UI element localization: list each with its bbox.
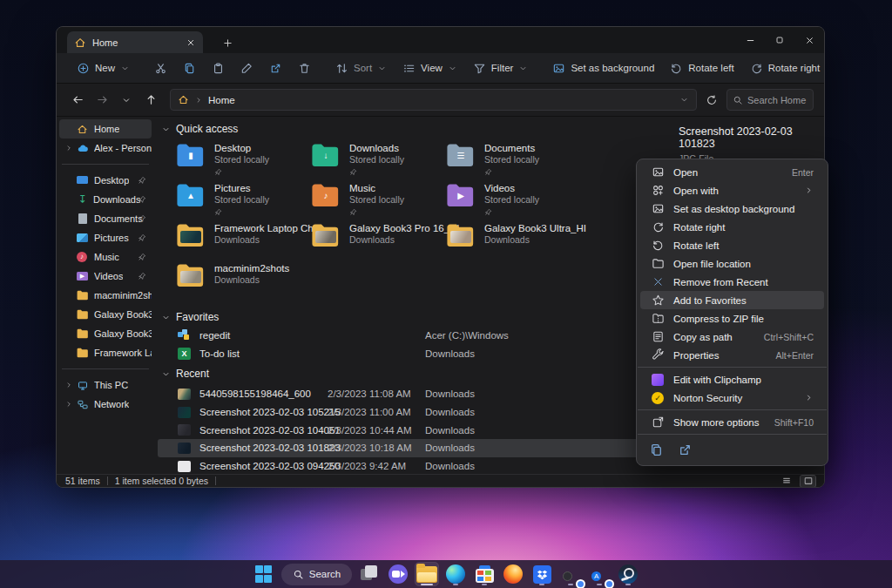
share-button[interactable]: [261, 56, 290, 80]
recent-row-selected[interactable]: Screenshot 2023-02-03 1018232/3/2023 10:…: [158, 439, 658, 457]
downloads-folder-icon: ↓: [311, 151, 341, 161]
sort-button[interactable]: Sort: [328, 56, 395, 80]
tile-videos[interactable]: ▶ VideosStored locally: [446, 180, 581, 220]
favorite-row-regedit[interactable]: regedit Acer (C:)\Windows: [154, 326, 663, 344]
sidebar-item-macminim2shots[interactable]: macminim2shots: [59, 286, 152, 305]
tile-documents[interactable]: ☰ DocumentsStored locally: [446, 140, 581, 180]
microsoft-store-icon: [476, 565, 494, 583]
tile-desktop[interactable]: ▮ DesktopStored locally: [176, 140, 311, 180]
sidebar-item-galaxy-book3-pro[interactable]: Galaxy Book3 Pro 1: [59, 324, 152, 343]
chevron-right-icon[interactable]: [64, 381, 73, 389]
sidebar-item-framework-laptop[interactable]: Framework Laptop: [59, 343, 152, 362]
taskbar-app-edge[interactable]: [444, 563, 467, 585]
tab-home[interactable]: Home: [67, 31, 203, 53]
recent-locations-button[interactable]: [116, 90, 137, 111]
sidebar-item-home[interactable]: Home: [59, 119, 152, 139]
recent-row[interactable]: Screenshot 2023-02-03 1040512/3/2023 10:…: [154, 421, 663, 439]
recent-row[interactable]: Screenshot 2023-02-03 0942502/3/2023 9:4…: [154, 457, 663, 474]
address-dropdown-icon[interactable]: [679, 95, 689, 105]
share-icon[interactable]: [678, 443, 693, 457]
new-button[interactable]: New: [69, 56, 138, 80]
delete-button[interactable]: [290, 56, 319, 80]
cut-button[interactable]: [146, 56, 175, 80]
chevron-right-icon[interactable]: [64, 144, 73, 152]
recent-row[interactable]: 5440598155198464_6002/3/2023 11:08 AMDow…: [154, 385, 663, 403]
tab-close-icon[interactable]: [186, 37, 196, 48]
rename-button[interactable]: [233, 56, 261, 80]
tile-pictures[interactable]: ▲ PicturesStored locally: [176, 180, 311, 220]
section-header-recent[interactable]: Recent: [154, 365, 663, 382]
breadcrumb[interactable]: Home: [170, 89, 697, 111]
sidebar-item-onedrive[interactable]: Alex - Personal: [59, 139, 152, 158]
menu-item-remove-from-recent[interactable]: Remove from Recent: [640, 273, 824, 291]
new-tab-button[interactable]: [219, 34, 236, 51]
section-header-quick-access[interactable]: Quick access: [154, 120, 663, 138]
taskbar-app-steam[interactable]: [617, 563, 639, 585]
chevron-right-icon[interactable]: [64, 400, 73, 409]
tile-galaxy-book3-ultra[interactable]: Galaxy Book3 Ultra_HIDownloads: [446, 220, 581, 260]
sidebar-item-documents[interactable]: Documents: [59, 209, 152, 228]
set-as-background-button[interactable]: Set as background: [544, 56, 662, 80]
menu-item-add-to-favorites[interactable]: Add to Favorites: [640, 291, 824, 309]
back-button[interactable]: [67, 90, 88, 111]
maximize-button[interactable]: [765, 27, 794, 53]
minimize-button[interactable]: [735, 27, 765, 53]
sidebar-item-music[interactable]: ♪ Music: [59, 247, 152, 267]
menu-item-compress-to-zip[interactable]: Compress to ZIP file: [640, 309, 824, 328]
menu-item-open-with[interactable]: Open with: [640, 181, 824, 199]
sidebar-item-galaxy-book3-ultra[interactable]: Galaxy Book3 Ultra_: [59, 305, 152, 324]
taskbar-app-chrome-profile-2[interactable]: A: [588, 563, 611, 585]
close-button[interactable]: [794, 27, 824, 53]
breadcrumb-root[interactable]: Home: [208, 95, 235, 105]
excel-file-icon: X: [178, 348, 191, 360]
menu-item-set-as-desktop-background[interactable]: Set as desktop background: [640, 199, 824, 218]
view-button[interactable]: View: [395, 56, 465, 80]
up-button[interactable]: [140, 90, 161, 111]
refresh-button[interactable]: [700, 90, 723, 111]
details-view-button[interactable]: [779, 476, 794, 487]
menu-item-open[interactable]: OpenEnter: [640, 163, 824, 181]
folder-icon: [77, 328, 89, 339]
tile-framework-laptop[interactable]: Framework Laptop Chro...Downloads: [176, 220, 311, 260]
menu-item-copy-as-path[interactable]: Copy as pathCtrl+Shift+C: [640, 328, 824, 346]
menu-item-show-more-options[interactable]: Show more optionsShift+F10: [640, 413, 824, 431]
taskbar-app-file-explorer[interactable]: [416, 563, 438, 585]
search-input[interactable]: [747, 95, 808, 105]
menu-item-properties[interactable]: PropertiesAlt+Enter: [640, 346, 824, 364]
sidebar-item-downloads[interactable]: ↧ Downloads: [59, 190, 152, 209]
start-button[interactable]: [253, 563, 275, 585]
taskbar-app-firefox[interactable]: [502, 563, 524, 585]
tile-macminim2shots[interactable]: macminim2shotsDownloads: [176, 260, 311, 301]
taskbar-app-store[interactable]: [473, 563, 496, 585]
rotate-left-button[interactable]: Rotate left: [662, 56, 741, 80]
menu-item-norton-security[interactable]: ✓ Norton Security: [640, 389, 824, 407]
taskbar-app-snip-overlay[interactable]: [358, 563, 381, 585]
favorite-row-to-do-list[interactable]: X To-do list Downloads: [154, 344, 663, 362]
tile-music[interactable]: ♪ MusicStored locally: [311, 180, 446, 220]
taskbar-app-chrome-profile-1[interactable]: [559, 563, 582, 585]
taskbar-app-video[interactable]: [387, 563, 409, 585]
recent-row[interactable]: Screenshot 2023-02-03 1052152/3/2023 11:…: [154, 403, 663, 422]
forward-button[interactable]: [91, 90, 112, 111]
tile-galaxy-book3-pro[interactable]: Galaxy Book3 Pro 16_HIDownloads: [311, 220, 446, 260]
menu-item-rotate-left[interactable]: Rotate left: [640, 236, 824, 254]
menu-item-edit-with-clipchamp[interactable]: Edit with Clipchamp: [640, 370, 824, 389]
paste-button[interactable]: [204, 56, 233, 80]
copy-icon[interactable]: [649, 443, 664, 457]
sidebar-item-desktop[interactable]: Desktop: [59, 171, 152, 190]
taskbar-search[interactable]: Search: [281, 564, 352, 585]
tile-downloads[interactable]: ↓ DownloadsStored locally: [311, 140, 446, 180]
menu-item-open-file-location[interactable]: Open file location: [640, 254, 824, 273]
sidebar-item-videos[interactable]: ▶ Videos: [59, 267, 152, 286]
menu-item-rotate-right[interactable]: Rotate right: [640, 218, 824, 236]
filter-button[interactable]: Filter: [465, 56, 537, 80]
section-header-favorites[interactable]: Favorites: [154, 308, 663, 326]
taskbar-app-dropbox[interactable]: [530, 563, 553, 585]
copy-button[interactable]: [175, 56, 204, 80]
thumbnail-view-button[interactable]: [801, 476, 815, 487]
rotate-right-button[interactable]: Rotate right: [742, 56, 825, 80]
sidebar-item-pictures[interactable]: Pictures: [59, 228, 152, 247]
search-box[interactable]: [726, 89, 814, 111]
sidebar-item-network[interactable]: Network: [59, 395, 152, 414]
sidebar-item-this-pc[interactable]: This PC: [59, 375, 152, 395]
